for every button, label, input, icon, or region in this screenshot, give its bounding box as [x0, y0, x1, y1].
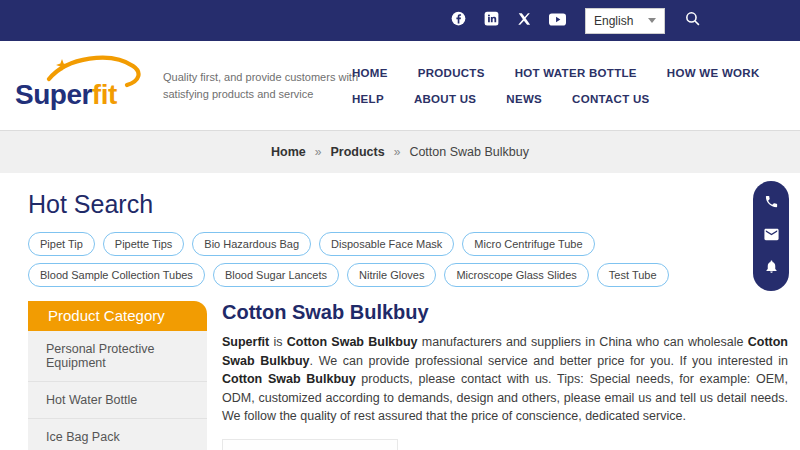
sidebar-category-item[interactable]: Hot Water Bottle	[28, 382, 207, 419]
hot-search-tag[interactable]: Microscope Glass Slides	[444, 263, 588, 287]
paragraph-segment: Cotton Swab Bulkbuy	[287, 335, 418, 349]
nav-item[interactable]: PRODUCTS	[418, 67, 485, 79]
hot-search-section: Hot Search Pipet TipPipette TipsBio Haza…	[0, 173, 800, 287]
youtube-icon	[549, 12, 566, 30]
logo-text: Superfit	[15, 79, 117, 111]
sidebar-category-item[interactable]: Ice Bag Pack	[28, 419, 207, 450]
hot-search-title: Hot Search	[28, 190, 772, 219]
breadcrumb-separator: »	[315, 145, 322, 159]
breadcrumb-home[interactable]: Home	[271, 145, 306, 159]
product-category-header: Product Category	[28, 301, 207, 331]
x-icon	[517, 12, 531, 30]
top-bar: English	[0, 0, 800, 41]
paragraph-segment: Cotton Swab Bulkbuy	[222, 372, 356, 386]
breadcrumb-products[interactable]: Products	[331, 145, 385, 159]
paragraph-segment: . We can provide professional service an…	[310, 354, 788, 368]
search-icon	[684, 10, 701, 31]
nav-item[interactable]: HOME	[352, 67, 388, 79]
sidebar-category-item[interactable]: Personal Protective Equipment	[28, 331, 207, 382]
chevron-down-icon	[648, 18, 656, 23]
nav-item[interactable]: ABOUT US	[414, 93, 476, 105]
paragraph-segment: manufacturers and suppliers in China who…	[418, 335, 748, 349]
tagline: Quality first, and provide customers wit…	[163, 69, 363, 103]
logo[interactable]: Superfit	[15, 55, 143, 117]
product-image[interactable]	[222, 439, 398, 450]
hot-search-tag[interactable]: Micro Centrifuge Tube	[462, 232, 594, 256]
logo-text-super: Super	[15, 79, 92, 110]
site-header: Superfit Quality first, and provide cust…	[0, 41, 800, 130]
nav-item[interactable]: CONTACT US	[572, 93, 650, 105]
hot-search-tag[interactable]: Nitrile Gloves	[347, 263, 436, 287]
nav-item[interactable]: HOW WE WORK	[667, 67, 760, 79]
nav-item[interactable]: HELP	[352, 93, 384, 105]
nav-item[interactable]: HOT WATER BOTTLE	[515, 67, 637, 79]
facebook-icon	[451, 11, 466, 30]
main-nav: HOMEPRODUCTSHOT WATER BOTTLEHOW WE WORKH…	[352, 67, 772, 105]
facebook-link[interactable]	[447, 10, 469, 32]
phone-icon	[764, 194, 779, 213]
hot-search-tag[interactable]: Pipette Tips	[103, 232, 184, 256]
bell-button[interactable]	[761, 259, 781, 279]
hot-search-tags: Pipet TipPipette TipsBio Hazardous BagDi…	[28, 232, 772, 287]
bell-icon	[764, 259, 779, 278]
intro-paragraph: Superfit is Cotton Swab Bulkbuy manufact…	[222, 333, 788, 426]
hot-search-tag[interactable]: Bio Hazardous Bag	[192, 232, 311, 256]
logo-text-fit: fit	[92, 79, 117, 110]
hot-search-tag[interactable]: Test Tube	[597, 263, 669, 287]
hot-search-tag[interactable]: Blood Sample Collection Tubes	[28, 263, 205, 287]
language-select[interactable]: English	[585, 8, 665, 34]
breadcrumb-current: Cotton Swab Bulkbuy	[409, 145, 529, 159]
hot-search-tag[interactable]: Blood Sugar Lancets	[213, 263, 339, 287]
linkedin-link[interactable]	[480, 10, 502, 32]
linkedin-icon	[484, 11, 499, 30]
content-area: Product Category Personal Protective Equ…	[0, 287, 800, 450]
phone-button[interactable]	[761, 194, 781, 214]
hot-search-tag[interactable]: Disposable Face Mask	[319, 232, 454, 256]
product-category-sidebar: Product Category Personal Protective Equ…	[28, 301, 207, 450]
breadcrumb-separator: »	[394, 145, 401, 159]
language-select-value: English	[594, 14, 633, 28]
breadcrumb-bar: Home » Products » Cotton Swab Bulkbuy	[0, 130, 800, 173]
paragraph-segment: is	[269, 335, 287, 349]
youtube-link[interactable]	[546, 10, 568, 32]
search-button[interactable]	[682, 11, 702, 31]
page-title: Cotton Swab Bulkbuy	[222, 301, 788, 324]
floating-contact-widget	[753, 181, 789, 291]
main-content: Cotton Swab Bulkbuy Superfit is Cotton S…	[222, 301, 788, 450]
nav-item[interactable]: NEWS	[506, 93, 542, 105]
mail-button[interactable]	[761, 226, 781, 246]
x-twitter-link[interactable]	[513, 10, 535, 32]
mail-icon	[763, 226, 780, 247]
hot-search-tag[interactable]: Pipet Tip	[28, 232, 95, 256]
paragraph-segment: Superfit	[222, 335, 269, 349]
product-category-list: Personal Protective EquipmentHot Water B…	[28, 331, 207, 450]
